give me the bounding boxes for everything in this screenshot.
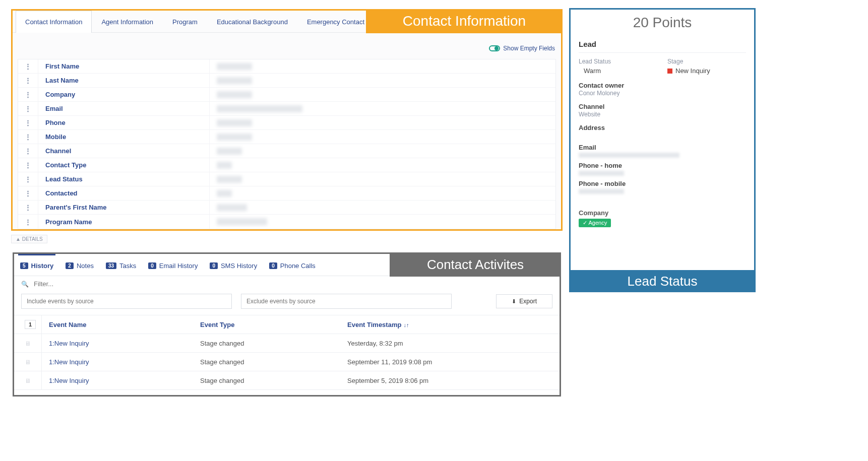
field-value[interactable]: [210, 77, 555, 84]
details-collapse-toggle[interactable]: ▲ DETAILS: [11, 235, 47, 243]
field-row-email: ⋮ Email: [18, 102, 555, 116]
export-button-label: Export: [519, 298, 537, 305]
field-value[interactable]: [210, 176, 555, 183]
company-agency-tag[interactable]: ✓ Agency: [579, 219, 611, 227]
tab-emergency-contact[interactable]: Emergency Contact: [297, 11, 374, 33]
tab-agent-information[interactable]: Agent Information: [92, 11, 163, 33]
lead-points: 20 Points: [571, 10, 754, 33]
header-count-box[interactable]: 1: [25, 320, 36, 329]
tab-educational-background[interactable]: Educational Background: [207, 11, 297, 33]
tab-count-badge: 33: [106, 262, 116, 269]
activities-tab-notes[interactable]: 2 Notes: [64, 254, 96, 276]
stage-color-icon: [667, 69, 672, 74]
field-label: Company: [38, 88, 210, 101]
event-name[interactable]: 1:New Inquiry: [42, 340, 193, 347]
column-event-type[interactable]: Event Type: [193, 321, 340, 328]
filter-input[interactable]: [34, 280, 552, 288]
field-label: Program Name: [38, 215, 210, 229]
contact-owner-value: Conor Moloney: [579, 90, 746, 97]
tab-count-badge: 2: [66, 262, 74, 269]
activities-tab-tasks[interactable]: 33 Tasks: [104, 254, 138, 276]
include-source-input[interactable]: [21, 294, 232, 309]
field-value[interactable]: [210, 63, 555, 70]
activities-tab-phone-calls[interactable]: 0 Phone Calls: [267, 254, 318, 276]
row-actions-icon[interactable]: ⋮: [18, 88, 38, 101]
field-row-mobile: ⋮ Mobile: [18, 130, 555, 144]
row-actions-icon[interactable]: ⋮: [18, 201, 38, 214]
field-value[interactable]: [210, 218, 555, 225]
event-source-icon[interactable]: [25, 358, 31, 366]
field-label: Last Name: [38, 74, 210, 87]
tab-count-badge: 0: [269, 262, 277, 269]
event-type: Stage changed: [193, 377, 340, 384]
lead-status-banner: Lead Status: [569, 270, 756, 292]
tab-contact-information[interactable]: Contact Information: [16, 11, 92, 33]
event-timestamp: September 5, 2019 8:06 pm: [340, 377, 560, 384]
field-value[interactable]: [210, 204, 555, 211]
tab-label: Email History: [159, 262, 198, 270]
export-button[interactable]: Export: [496, 294, 552, 308]
tab-program[interactable]: Program: [163, 11, 207, 33]
sort-icon: ↓↑: [403, 322, 409, 328]
search-icon: [21, 280, 29, 288]
events-table-header: 1 Event Name Event Type Event Timestamp↓…: [14, 315, 560, 334]
row-actions-icon[interactable]: ⋮: [18, 130, 38, 144]
field-value[interactable]: [210, 134, 555, 141]
event-name[interactable]: 1:New Inquiry: [42, 377, 193, 384]
event-source-icon[interactable]: [25, 340, 31, 347]
contact-owner-label: Contact owner: [579, 82, 746, 89]
field-row-last-name: ⋮ Last Name: [18, 74, 555, 88]
tab-label: SMS History: [221, 262, 257, 270]
activities-tab-sms-history[interactable]: 0 SMS History: [208, 254, 259, 276]
tab-count-badge: 0: [148, 262, 156, 269]
show-empty-fields-toggle[interactable]: Show Empty Fields: [489, 45, 555, 52]
lead-stage-label: Stage: [667, 58, 746, 65]
field-row-program-name: ⋮ Program Name: [18, 215, 555, 229]
field-row-contact-type: ⋮ Contact Type: [18, 158, 555, 172]
event-type: Stage changed: [193, 340, 340, 347]
field-value[interactable]: [210, 190, 555, 197]
activities-tab-history[interactable]: 5 History: [18, 254, 55, 276]
exclude-source-input[interactable]: [241, 294, 452, 309]
field-label: Phone: [38, 116, 210, 129]
tab-count-badge: 0: [210, 262, 218, 269]
field-row-channel: ⋮ Channel: [18, 144, 555, 158]
field-value[interactable]: [210, 148, 555, 155]
lead-title: Lead: [579, 40, 746, 53]
row-actions-icon[interactable]: ⋮: [18, 172, 38, 186]
event-source-icon[interactable]: [25, 377, 31, 384]
field-row-contacted: ⋮ Contacted: [18, 186, 555, 201]
show-empty-fields-label: Show Empty Fields: [503, 45, 555, 52]
row-actions-icon[interactable]: ⋮: [18, 144, 38, 158]
field-value[interactable]: [210, 119, 555, 126]
row-actions-icon[interactable]: ⋮: [18, 186, 38, 200]
filter-row: [14, 276, 560, 292]
field-value[interactable]: [210, 162, 555, 169]
column-event-timestamp[interactable]: Event Timestamp↓↑: [340, 321, 560, 328]
row-actions-icon[interactable]: ⋮: [18, 116, 38, 129]
field-row-lead-status: ⋮ Lead Status: [18, 172, 555, 186]
field-label: Mobile: [38, 130, 210, 144]
field-label: Parent's First Name: [38, 201, 210, 214]
phone-mobile-label: Phone - mobile: [579, 180, 746, 187]
row-actions-icon[interactable]: ⋮: [18, 59, 38, 73]
column-event-name[interactable]: Event Name: [42, 321, 193, 328]
row-actions-icon[interactable]: ⋮: [18, 74, 38, 87]
contact-information-panel: Contact Information Contact Information …: [11, 9, 563, 231]
tab-label: Notes: [77, 262, 94, 270]
activities-tab-email-history[interactable]: 0 Email History: [146, 254, 200, 276]
field-value[interactable]: [210, 91, 555, 98]
row-actions-icon[interactable]: ⋮: [18, 215, 38, 229]
event-type: Stage changed: [193, 358, 340, 366]
row-actions-icon[interactable]: ⋮: [18, 102, 38, 115]
tab-count-badge: 5: [20, 262, 28, 269]
event-name[interactable]: 1:New Inquiry: [42, 358, 193, 366]
field-row-phone: ⋮ Phone: [18, 116, 555, 130]
phone-home-label: Phone - home: [579, 162, 746, 169]
field-value[interactable]: [210, 105, 555, 112]
row-actions-icon[interactable]: ⋮: [18, 158, 38, 172]
event-row: 1:New Inquiry Stage changed September 11…: [14, 353, 560, 371]
toggle-icon: [489, 45, 500, 51]
field-row-company: ⋮ Company: [18, 88, 555, 102]
contact-fields-table: ⋮ First Name ⋮ Last Name ⋮ Company ⋮ Ema…: [18, 59, 556, 229]
